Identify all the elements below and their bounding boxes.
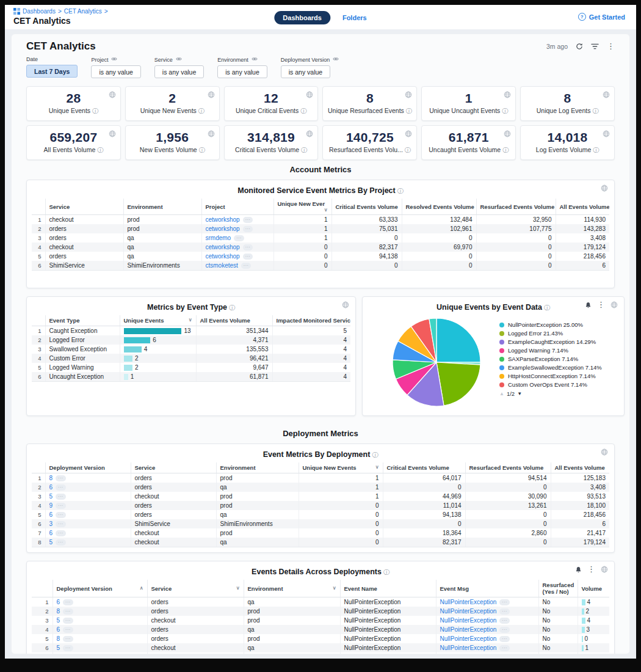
globe-icon[interactable] (601, 184, 608, 192)
overflow-chip[interactable]: ··· (63, 645, 73, 651)
overflow-chip[interactable]: ··· (243, 254, 253, 260)
deployment-version-link[interactable]: 9 (49, 502, 53, 509)
filter-value-date[interactable]: Last 7 Days (26, 65, 78, 78)
column-header-event-msg[interactable]: Event Msg (436, 580, 538, 597)
globe-icon[interactable] (109, 129, 116, 140)
column-header-all-events-volume[interactable]: All Events Volume (556, 199, 609, 215)
globe-icon[interactable] (405, 129, 412, 140)
overflow-chip[interactable]: ··· (63, 636, 73, 642)
globe-icon[interactable] (603, 129, 610, 140)
dashboards-grid-icon[interactable] (13, 8, 20, 15)
overflow-chip[interactable]: ··· (63, 608, 73, 615)
bell-icon[interactable] (575, 566, 582, 573)
column-header-project[interactable]: Project (201, 199, 273, 215)
globe-icon[interactable] (208, 90, 215, 101)
column-header-unique-events[interactable]: Unique Events∨ (120, 315, 196, 326)
overflow-chip[interactable]: ··· (234, 235, 244, 241)
kebab-menu-icon[interactable]: ⋮ (597, 301, 605, 309)
overflow-chip[interactable]: ··· (499, 645, 510, 651)
column-header-volume[interactable]: Volume (578, 580, 609, 597)
help-question-icon[interactable]: ? (578, 13, 586, 21)
info-icon[interactable]: ⓘ (502, 147, 509, 153)
column-header-all-events-volume[interactable]: All Events Volume (551, 462, 609, 473)
legend-item-saxparseexception-7-14[interactable]: SAXParseException 7.14% (499, 356, 617, 363)
column-header-service[interactable]: Service (45, 199, 123, 215)
pie-slice-nullpointerexception[interactable] (436, 318, 480, 362)
deployment-version-link[interactable]: 6 (49, 530, 53, 536)
info-icon[interactable]: ⓘ (406, 108, 412, 114)
legend-item-custom-overops-event-7-14[interactable]: Custom OverOps Event 7.14% (499, 381, 617, 389)
globe-icon[interactable] (601, 566, 608, 573)
info-icon[interactable]: ⓘ (544, 304, 550, 311)
deployment-version-link[interactable]: 5 (49, 539, 53, 546)
column-header-environment[interactable]: Environment (123, 199, 201, 215)
globe-icon[interactable] (601, 448, 608, 456)
column-header-event-type[interactable]: Event Type (45, 315, 120, 326)
column-header-critical-events-volume[interactable]: Critical Events Volume (331, 199, 402, 215)
globe-icon[interactable] (208, 129, 215, 140)
legend-item-examplecaughtexception-14-29[interactable]: ExampleCaughtException 14.29% (499, 338, 617, 346)
filter-value-service[interactable]: is any value (154, 65, 204, 78)
project-link[interactable]: srmdemo (206, 235, 231, 241)
project-link[interactable]: cetworkshop (206, 216, 240, 223)
event-msg-link[interactable]: NullPointerException (440, 617, 497, 624)
info-icon[interactable]: ⓘ (92, 108, 98, 114)
info-icon[interactable]: ⓘ (372, 451, 378, 458)
info-icon[interactable]: ⓘ (199, 147, 205, 153)
globe-icon[interactable] (306, 90, 313, 101)
info-icon[interactable]: ⓘ (300, 108, 306, 114)
column-header-all-events-volume[interactable]: All Events Volume (196, 315, 272, 326)
overflow-chip[interactable]: ··· (56, 539, 66, 546)
legend-item-logged-warning-7-14[interactable]: Logged Warning 7.14% (499, 347, 617, 354)
project-link[interactable]: cetworkshop (206, 253, 240, 260)
overflow-chip[interactable]: ··· (56, 503, 66, 509)
event-msg-link[interactable]: NullPointerException (440, 608, 497, 615)
deployment-version-link[interactable]: 5 (49, 493, 53, 500)
filter-value-project[interactable]: is any value (91, 65, 140, 78)
kebab-menu-icon[interactable]: ⋮ (587, 566, 595, 573)
column-header-resurfaced-events-volume[interactable]: Resurfaced Events Volume (476, 199, 556, 215)
event-msg-link[interactable]: NullPointerException (440, 626, 497, 633)
info-icon[interactable]: ⓘ (198, 108, 205, 114)
column-header-environment[interactable]: Environment∨ (244, 580, 340, 597)
overflow-chip[interactable]: ··· (63, 627, 73, 633)
deployment-version-link[interactable]: 3 (49, 520, 53, 527)
get-started-link[interactable]: Get Started (589, 13, 625, 21)
overflow-chip[interactable]: ··· (499, 608, 510, 615)
breadcrumb-dashboards[interactable]: Dashboards (23, 8, 56, 15)
column-header-resurfaced-events-volume[interactable]: Resurfaced Events Volume (465, 462, 551, 473)
deployment-version-link[interactable]: 6 (57, 626, 60, 633)
overflow-chip[interactable]: ··· (56, 530, 66, 536)
breadcrumb-cet-analytics[interactable]: CET Analytics (64, 8, 102, 15)
filter-icon[interactable] (591, 43, 599, 50)
event-msg-link[interactable]: NullPointerException (440, 599, 497, 605)
filter-value-deployment-version[interactable]: is any value (281, 65, 330, 78)
project-link[interactable]: cetworkshop (206, 225, 240, 232)
column-header-environment[interactable]: Environment (216, 462, 299, 473)
info-icon[interactable]: ⓘ (383, 569, 389, 575)
deployment-version-link[interactable]: 8 (57, 608, 60, 615)
column-header-deployment-version[interactable]: Deployment Version (45, 462, 131, 473)
kebab-menu-icon[interactable]: ⋮ (607, 43, 615, 50)
deployment-version-link[interactable]: 6 (57, 599, 60, 605)
overflow-chip[interactable]: ··· (499, 599, 510, 605)
deployment-version-link[interactable]: 5 (57, 645, 60, 651)
legend-page-down-icon[interactable]: ▼ (517, 390, 522, 398)
info-icon[interactable]: ⓘ (397, 188, 404, 194)
refresh-icon[interactable] (576, 43, 583, 50)
overflow-chip[interactable]: ··· (499, 627, 510, 633)
overflow-chip[interactable]: ··· (243, 217, 253, 223)
overflow-chip[interactable]: ··· (499, 636, 510, 642)
overflow-chip[interactable]: ··· (243, 226, 253, 232)
info-icon[interactable]: ⓘ (502, 108, 508, 114)
column-header-service[interactable]: Service∨ (147, 580, 244, 597)
event-msg-link[interactable]: NullPointerException (440, 645, 497, 651)
overflow-chip[interactable]: ··· (56, 484, 66, 491)
column-header-critical-events-volume[interactable]: Critical Events Volume (383, 462, 465, 473)
info-icon[interactable]: ⓘ (97, 147, 103, 153)
filter-value-environment[interactable]: is any value (217, 65, 267, 78)
tab-dashboards[interactable]: Dashboards (274, 11, 330, 24)
deployment-version-link[interactable]: 6 (49, 511, 53, 518)
column-header-event-name[interactable]: Event Name (340, 580, 436, 597)
legend-item-httphostconnectexception-7-14[interactable]: HttpHostConnectException 7.14% (499, 373, 617, 380)
